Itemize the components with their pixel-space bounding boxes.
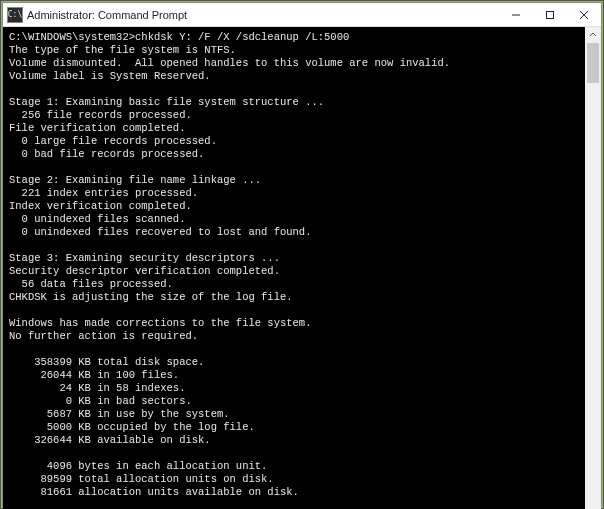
maximize-button[interactable]	[533, 3, 567, 27]
svg-rect-1	[547, 11, 554, 18]
output-line: 81661 allocation units available on disk…	[9, 486, 579, 499]
output-line: Stage 3: Examining security descriptors …	[9, 252, 579, 265]
output-line: 24 KB in 58 indexes.	[9, 382, 579, 395]
output-line: 0 bad file records processed.	[9, 148, 579, 161]
output-line: 89599 total allocation units on disk.	[9, 473, 579, 486]
output-line: 0 large file records processed.	[9, 135, 579, 148]
output-line	[9, 343, 579, 356]
output-line: Windows has made corrections to the file…	[9, 317, 579, 330]
output-line: 0 KB in bad sectors.	[9, 395, 579, 408]
vertical-scrollbar[interactable]	[585, 27, 601, 509]
minimize-icon	[511, 10, 521, 20]
output-line: CHKDSK is adjusting the size of the log …	[9, 291, 579, 304]
output-line: Stage 1: Examining basic file system str…	[9, 96, 579, 109]
terminal-area: C:\WINDOWS\system32>chkdsk Y: /F /X /sdc…	[3, 27, 601, 509]
scroll-thumb[interactable]	[587, 43, 599, 83]
output-line: 5000 KB occupied by the log file.	[9, 421, 579, 434]
command-prompt-window: C:\ Administrator: Command Prompt C:\WIN…	[2, 2, 602, 507]
window-title: Administrator: Command Prompt	[27, 9, 187, 21]
output-line	[9, 83, 579, 96]
close-icon	[579, 10, 589, 20]
output-line: Security descriptor verification complet…	[9, 265, 579, 278]
scroll-track[interactable]	[585, 43, 601, 509]
output-line: 358399 KB total disk space.	[9, 356, 579, 369]
output-line: 0 unindexed files recovered to lost and …	[9, 226, 579, 239]
terminal-output[interactable]: C:\WINDOWS\system32>chkdsk Y: /F /X /sdc…	[3, 27, 585, 509]
output-line: Volume dismounted. All opened handles to…	[9, 57, 579, 70]
output-line: Volume label is System Reserved.	[9, 70, 579, 83]
output-line: File verification completed.	[9, 122, 579, 135]
output-line	[9, 304, 579, 317]
output-line	[9, 239, 579, 252]
minimize-button[interactable]	[499, 3, 533, 27]
output-line: 4096 bytes in each allocation unit.	[9, 460, 579, 473]
cmd-icon: C:\	[7, 7, 23, 23]
output-line: 5687 KB in use by the system.	[9, 408, 579, 421]
output-line: Index verification completed.	[9, 200, 579, 213]
close-button[interactable]	[567, 3, 601, 27]
chevron-up-icon	[589, 31, 597, 39]
output-line: Stage 2: Examining file name linkage ...	[9, 174, 579, 187]
output-line: No further action is required.	[9, 330, 579, 343]
output-line: 26044 KB in 100 files.	[9, 369, 579, 382]
output-line: 221 index entries processed.	[9, 187, 579, 200]
output-line: 0 unindexed files scanned.	[9, 213, 579, 226]
output-line	[9, 447, 579, 460]
output-line	[9, 161, 579, 174]
output-line: 56 data files processed.	[9, 278, 579, 291]
scroll-up-button[interactable]	[585, 27, 601, 43]
output-line: 256 file records processed.	[9, 109, 579, 122]
prompt: C:\WINDOWS\system32>	[9, 31, 135, 43]
output-line	[9, 499, 579, 509]
titlebar[interactable]: C:\ Administrator: Command Prompt	[3, 3, 601, 27]
maximize-icon	[545, 10, 555, 20]
output-line: 326644 KB available on disk.	[9, 434, 579, 447]
output-line: The type of the file system is NTFS.	[9, 44, 579, 57]
command-text: chkdsk Y: /F /X /sdcleanup /L:5000	[135, 31, 349, 43]
